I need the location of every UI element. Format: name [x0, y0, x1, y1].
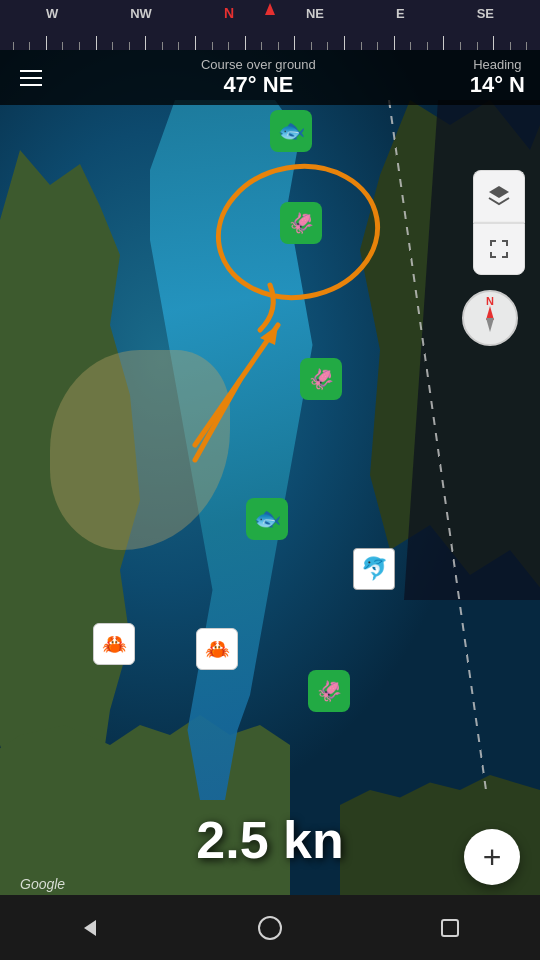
speed-value: 2.5 kn: [196, 811, 343, 869]
speed-display: 2.5 kn: [196, 810, 343, 870]
compass-label-se: SE: [477, 6, 494, 21]
watermark-text: Google: [20, 876, 65, 892]
compass-bar: W NW N NE E SE: [0, 0, 540, 50]
hamburger-menu[interactable]: [15, 65, 47, 91]
home-button[interactable]: [240, 908, 300, 948]
fab-add-button[interactable]: +: [464, 829, 520, 885]
heading-value: 14° N: [470, 72, 525, 98]
heading-label: Heading: [473, 57, 521, 72]
recents-button[interactable]: [420, 908, 480, 948]
squid-marker-2[interactable]: 🦑: [300, 358, 342, 400]
svg-marker-4: [84, 920, 96, 936]
android-nav-bar: [0, 895, 540, 960]
squid-marker-1[interactable]: 🦑: [280, 202, 322, 244]
course-info: Course over ground 47° NE: [201, 57, 316, 98]
compass-label-nw: NW: [130, 6, 152, 21]
layers-button[interactable]: [473, 170, 525, 222]
fab-icon: +: [483, 839, 502, 876]
heading-info: Heading 14° N: [470, 57, 525, 98]
crab-marker-2[interactable]: 🦀: [196, 628, 238, 670]
crab-marker-1[interactable]: 🦀: [93, 623, 135, 665]
google-watermark: Google: [20, 876, 65, 892]
back-button[interactable]: [60, 908, 120, 948]
map-controls: [473, 170, 525, 275]
north-arrow-indicator: [265, 3, 275, 15]
compass-label-e: E: [396, 6, 405, 21]
compass-label-n: N: [224, 5, 234, 21]
svg-point-5: [259, 917, 281, 939]
info-bar: Course over ground 47° NE Heading 14° N: [0, 50, 540, 105]
dolphin-marker[interactable]: 🐬: [353, 548, 395, 590]
rose-south-needle: [486, 318, 494, 332]
fullscreen-button[interactable]: [473, 223, 525, 275]
compass-rose: N: [462, 290, 518, 346]
svg-rect-6: [442, 920, 458, 936]
compass-ticks: [0, 30, 540, 50]
fish-marker-2[interactable]: 🐟: [246, 498, 288, 540]
fish-marker-1[interactable]: 🐟: [270, 110, 312, 152]
course-label: Course over ground: [201, 57, 316, 72]
compass-label-ne: NE: [306, 6, 324, 21]
course-value: 47° NE: [223, 72, 293, 98]
compass-label-w: W: [46, 6, 58, 21]
squid-marker-3[interactable]: 🦑: [308, 670, 350, 712]
